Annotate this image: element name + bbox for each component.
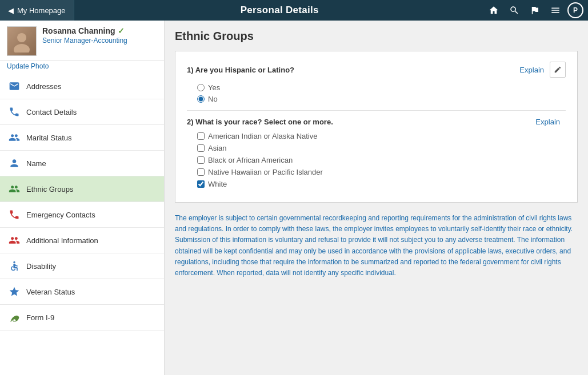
question1-row: 1) Are you Hispanic or Latino? Explain: [187, 62, 566, 78]
addresses-icon: [8, 80, 21, 92]
sidebar-item-label: Emergency Contacts: [26, 211, 95, 219]
sidebar-item-label: Disability: [26, 262, 56, 271]
svg-point-2: [13, 261, 15, 263]
user-circle-icon[interactable]: P: [567, 2, 583, 18]
option-black[interactable]: Black or African American: [197, 156, 566, 164]
sidebar-item-form-i9[interactable]: Form I-9: [0, 305, 164, 330]
sidebar-item-label: Additional Information: [26, 236, 98, 245]
option-yes-label: Yes: [208, 83, 220, 92]
option-yes[interactable]: Yes: [197, 83, 566, 92]
page-title: Personal Details: [74, 5, 485, 16]
marital-icon: [8, 131, 21, 144]
checkbox-black[interactable]: [197, 156, 205, 164]
sidebar-item-name[interactable]: Name: [0, 151, 164, 176]
sidebar-item-addresses[interactable]: Addresses: [0, 74, 164, 99]
question1-options: Yes No: [197, 83, 566, 103]
sidebar-item-label: Ethnic Groups: [26, 185, 73, 193]
profile-info: Rosanna Channing ✓ Senior Manager-Accoun…: [42, 26, 157, 45]
question1-edit-button[interactable]: [550, 62, 566, 78]
sidebar-item-emergency-contacts[interactable]: Emergency Contacts: [0, 202, 164, 228]
section-title: Ethnic Groups: [175, 30, 578, 43]
back-arrow-icon: ◀: [8, 6, 14, 15]
radio-yes[interactable]: [197, 84, 205, 91]
option-asian[interactable]: Asian: [197, 144, 566, 152]
option-label: Native Hawaiian or Pacific Islander: [208, 168, 323, 176]
sidebar-item-label: Marital Status: [26, 134, 71, 142]
home-icon[interactable]: [485, 2, 502, 19]
radio-no[interactable]: [197, 95, 205, 103]
sidebar-item-label: Addresses: [26, 82, 61, 91]
checkbox-white[interactable]: [197, 180, 205, 188]
option-american-indian[interactable]: American Indian or Alaska Native: [197, 132, 566, 140]
sidebar: Rosanna Channing ✓ Senior Manager-Accoun…: [0, 21, 165, 375]
form-i9-icon: [8, 311, 21, 324]
name-icon: [8, 157, 21, 170]
sidebar-item-label: Contact Details: [26, 108, 77, 116]
avatar: [7, 26, 37, 56]
profile-area: Rosanna Channing ✓ Senior Manager-Accoun…: [0, 21, 164, 61]
sidebar-item-contact-details[interactable]: Contact Details: [0, 99, 164, 125]
emergency-icon: [8, 208, 21, 221]
top-bar: ◀ My Homepage Personal Details P: [0, 0, 588, 21]
sidebar-item-ethnic-groups[interactable]: Ethnic Groups: [0, 176, 164, 202]
svg-point-1: [14, 44, 30, 53]
question1-text: 1) Are you Hispanic or Latino?: [187, 66, 519, 74]
verified-icon: ✓: [118, 26, 125, 35]
divider: [187, 110, 566, 111]
avatar-placeholder: [7, 27, 36, 55]
content-area: Ethnic Groups 1) Are you Hispanic or Lat…: [165, 21, 588, 375]
question1-explain-link[interactable]: Explain: [519, 66, 544, 74]
sidebar-item-disability[interactable]: Disability: [0, 253, 164, 279]
disclaimer-text: The employer is subject to certain gover…: [175, 211, 578, 281]
sidebar-item-additional-information[interactable]: Additional Information: [0, 228, 164, 253]
option-label: White: [208, 180, 227, 188]
option-label: Black or African American: [208, 156, 293, 164]
profile-name: Rosanna Channing ✓: [42, 26, 157, 35]
veteran-icon: [8, 285, 21, 298]
svg-point-0: [17, 33, 26, 42]
search-icon[interactable]: [506, 2, 523, 19]
sidebar-item-label: Name: [26, 159, 46, 168]
sidebar-item-label: Form I-9: [26, 313, 54, 322]
sidebar-item-marital-status[interactable]: Marital Status: [0, 125, 164, 151]
option-native-hawaiian[interactable]: Native Hawaiian or Pacific Islander: [197, 168, 566, 176]
option-label: American Indian or Alaska Native: [208, 132, 317, 140]
ethnic-groups-icon: [8, 183, 21, 195]
top-bar-icons: P: [485, 2, 588, 19]
sidebar-item-veteran-status[interactable]: Veteran Status: [0, 279, 164, 305]
menu-icon[interactable]: [547, 2, 564, 19]
main-layout: Rosanna Channing ✓ Senior Manager-Accoun…: [0, 21, 588, 375]
additional-info-icon: [8, 234, 21, 247]
contact-icon: [8, 106, 21, 118]
disability-icon: [8, 260, 21, 272]
option-white[interactable]: White: [197, 180, 566, 188]
checkbox-native-hawaiian[interactable]: [197, 168, 205, 176]
sidebar-item-label: Veteran Status: [26, 288, 75, 296]
question2-options: American Indian or Alaska Native Asian B…: [197, 132, 566, 188]
question2-explain-link[interactable]: Explain: [535, 118, 560, 126]
question2-text: 2) What is your race? Select one or more…: [187, 118, 535, 126]
option-no[interactable]: No: [197, 95, 566, 103]
checkbox-american-indian[interactable]: [197, 132, 205, 140]
back-button[interactable]: ◀ My Homepage: [0, 0, 74, 21]
update-photo-link[interactable]: Update Photo: [0, 61, 164, 74]
back-label: My Homepage: [17, 6, 66, 15]
question2-row: 2) What is your race? Select one or more…: [187, 118, 566, 126]
flag-icon[interactable]: [526, 2, 543, 19]
checkbox-asian[interactable]: [197, 144, 205, 152]
option-label: Asian: [208, 144, 227, 152]
option-no-label: No: [208, 95, 218, 103]
ethnic-groups-card: 1) Are you Hispanic or Latino? Explain Y…: [175, 51, 578, 203]
profile-title: Senior Manager-Accounting: [42, 37, 157, 45]
